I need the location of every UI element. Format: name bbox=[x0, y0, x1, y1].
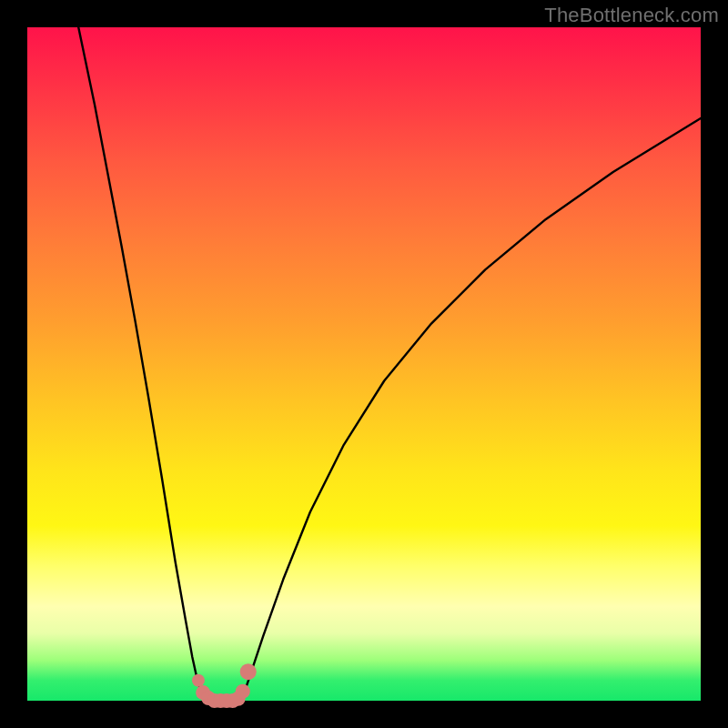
highlight-marker bbox=[192, 674, 205, 687]
gradient-plot-area bbox=[27, 27, 701, 701]
bottleneck-curve bbox=[78, 27, 701, 701]
outer-frame: TheBottleneck.com bbox=[0, 0, 728, 728]
bottleneck-curve-svg bbox=[27, 27, 701, 701]
highlight-markers bbox=[192, 663, 257, 708]
watermark-text: TheBottleneck.com bbox=[544, 4, 719, 27]
highlight-marker bbox=[240, 663, 257, 680]
highlight-marker bbox=[236, 684, 250, 699]
